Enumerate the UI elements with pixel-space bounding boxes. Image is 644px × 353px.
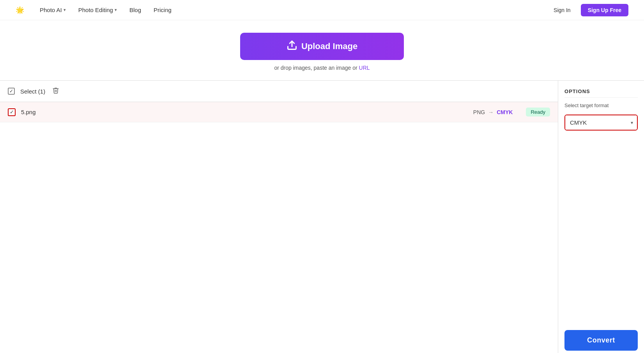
select-all-check-icon: ✓ <box>9 88 13 94</box>
nav-photo-editing-label: Photo Editing <box>78 7 113 13</box>
upload-section: Upload Image or drop images, paste an im… <box>0 20 644 80</box>
navbar: 🌟 Photo AI ▾ Photo Editing ▾ Blog Pricin… <box>0 0 644 20</box>
file-checkbox[interactable]: ✓ <box>8 108 16 116</box>
nav-right: Sign In Sign Up Free <box>548 4 628 16</box>
file-status-badge: Ready <box>526 108 550 116</box>
convert-button[interactable]: Convert <box>564 330 638 351</box>
nav-pricing-label: Pricing <box>154 7 172 13</box>
options-spacer <box>564 135 638 321</box>
nav-item-pricing[interactable]: Pricing <box>149 4 176 16</box>
nav-logo: 🌟 <box>16 6 24 14</box>
delete-button[interactable] <box>51 85 61 97</box>
sign-in-button[interactable]: Sign In <box>548 5 576 16</box>
select-target-label: Select target format <box>564 102 638 108</box>
file-conversion: PNG → CMYK <box>473 109 513 115</box>
select-label: Select (1) <box>20 88 45 95</box>
upload-subtext: or drop images, paste an image or URL <box>274 65 370 71</box>
nav-blog-label: Blog <box>129 7 141 13</box>
upload-button-label: Upload Image <box>301 41 357 51</box>
file-row: ✓ 5.png PNG → CMYK Ready <box>0 102 558 122</box>
trash-icon <box>52 87 59 94</box>
url-link[interactable]: URL <box>359 65 370 71</box>
photo-ai-chevron-icon: ▾ <box>64 7 66 12</box>
photo-editing-chevron-icon: ▾ <box>115 7 117 12</box>
nav-item-photo-editing[interactable]: Photo Editing ▾ <box>74 4 122 16</box>
source-format: PNG <box>473 109 485 115</box>
upload-icon <box>287 40 297 53</box>
select-all-checkbox[interactable]: ✓ <box>8 88 15 95</box>
format-select[interactable]: CMYK PNG JPEG WEBP SVG BMP TIFF <box>565 115 637 130</box>
file-panel-header: ✓ Select (1) <box>0 81 558 102</box>
options-title: OPTIONS <box>564 88 638 98</box>
target-format: CMYK <box>497 109 513 115</box>
options-panel: OPTIONS Select target format CMYK PNG JP… <box>558 80 644 353</box>
file-check-icon: ✓ <box>10 109 14 115</box>
file-panel: ✓ Select (1) ✓ 5.png PNG → <box>0 80 558 353</box>
nav-item-blog[interactable]: Blog <box>125 4 146 16</box>
nav-photo-ai-label: Photo AI <box>40 7 62 13</box>
sign-up-button[interactable]: Sign Up Free <box>581 4 628 16</box>
conversion-arrow-icon: → <box>488 109 494 115</box>
nav-item-photo-ai[interactable]: Photo AI ▾ <box>35 4 71 16</box>
file-name: 5.png <box>21 109 468 115</box>
format-select-wrapper: CMYK PNG JPEG WEBP SVG BMP TIFF ▾ <box>564 115 638 131</box>
nav-left: 🌟 Photo AI ▾ Photo Editing ▾ Blog Pricin… <box>16 4 176 16</box>
upload-image-button[interactable]: Upload Image <box>240 33 404 60</box>
main-layout: ✓ Select (1) ✓ 5.png PNG → <box>0 80 644 353</box>
convert-btn-wrapper: Convert <box>564 325 638 351</box>
